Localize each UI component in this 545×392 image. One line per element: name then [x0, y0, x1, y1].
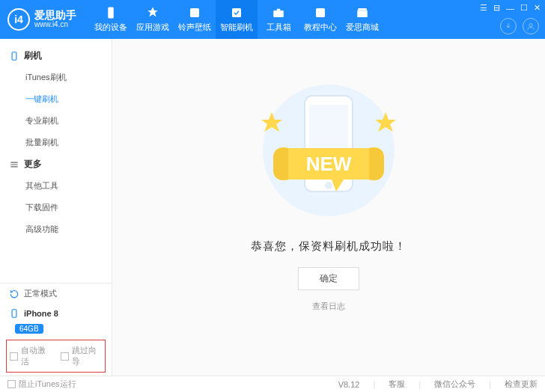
music-icon	[188, 6, 201, 19]
options-highlight-box: 自动激活 跳过向导	[6, 340, 106, 373]
status-bar: 阻止iTunes运行 V8.12 | 客服 | 微信公众号 | 检查更新	[0, 376, 545, 392]
menu-icon[interactable]: ☰	[480, 3, 487, 13]
status-update[interactable]: 检查更新	[505, 379, 538, 390]
device-mode[interactable]: 正常模式	[0, 284, 112, 304]
sidebar-item-batch-flash[interactable]: 批量刷机	[0, 132, 112, 153]
checkbox-auto-activate[interactable]: 自动激活	[10, 345, 52, 367]
nav-store[interactable]: 爱思商城	[341, 0, 383, 39]
brand-name: 爱思助手	[34, 10, 76, 20]
checkbox-skip-wizard[interactable]: 跳过向导	[61, 345, 103, 367]
svg-rect-8	[12, 310, 16, 318]
download-button[interactable]	[500, 18, 517, 34]
titlebar: i4 爱思助手 www.i4.cn 我的设备 应用游戏 铃声壁纸 智能刷机 工具…	[0, 0, 545, 39]
sidebar: 刷机 iTunes刷机 一键刷机 专业刷机 批量刷机 更多 其他工具 下载固件 …	[0, 39, 112, 376]
phone-icon	[104, 6, 118, 19]
nav-apps[interactable]: 应用游戏	[132, 0, 174, 39]
svg-rect-3	[273, 10, 284, 17]
svg-point-14	[325, 182, 332, 189]
maximize-icon[interactable]: ☐	[520, 3, 528, 13]
device-name[interactable]: iPhone 8	[0, 304, 112, 323]
svg-rect-2	[232, 8, 241, 17]
sidebar-item-download-fw[interactable]: 下载固件	[0, 197, 112, 218]
sidebar-group-more[interactable]: 更多	[0, 153, 112, 175]
top-nav: 我的设备 应用游戏 铃声壁纸 智能刷机 工具箱 教程中心 爱思商城	[90, 0, 383, 39]
version-label: V8.12	[338, 380, 360, 389]
success-message: 恭喜您，保资料刷机成功啦！	[251, 239, 407, 254]
svg-rect-1	[190, 8, 199, 17]
phone-outline-icon	[9, 308, 19, 319]
view-log-link[interactable]: 查看日志	[312, 301, 345, 312]
device-storage-badge: 64GB	[15, 324, 43, 334]
new-badge-text: NEW	[306, 153, 352, 175]
menu-icon	[9, 159, 19, 170]
content-area: NEW 恭喜您，保资料刷机成功啦！ 确定 查看日志	[112, 39, 545, 376]
ok-button[interactable]: 确定	[298, 267, 359, 290]
sidebar-group-flash[interactable]: 刷机	[0, 45, 112, 67]
user-icon	[526, 22, 535, 31]
nav-ringtones[interactable]: 铃声壁纸	[174, 0, 216, 39]
app-icon	[146, 6, 159, 19]
sidebar-item-pro-flash[interactable]: 专业刷机	[0, 110, 112, 132]
refresh-icon	[9, 289, 19, 299]
brand-url: www.i4.cn	[34, 20, 76, 29]
flash-icon	[230, 6, 243, 19]
checkbox-block-itunes[interactable]: 阻止iTunes运行	[7, 379, 76, 390]
svg-rect-4	[277, 9, 281, 10]
svg-rect-7	[12, 52, 16, 60]
svg-rect-5	[316, 8, 325, 17]
app-logo: i4 爱思助手 www.i4.cn	[7, 8, 76, 31]
lock-icon[interactable]: ⊟	[493, 3, 500, 13]
window-controls: ☰ ⊟ — ☐ ✕	[480, 3, 541, 13]
sidebar-item-advanced[interactable]: 高级功能	[0, 218, 112, 240]
nav-tutorials[interactable]: 教程中心	[299, 0, 341, 39]
nav-tools[interactable]: 工具箱	[258, 0, 299, 39]
nav-my-device[interactable]: 我的设备	[90, 0, 132, 39]
status-wechat[interactable]: 微信公众号	[434, 379, 475, 390]
book-icon	[314, 6, 327, 19]
svg-rect-0	[108, 7, 114, 19]
minimize-icon[interactable]: —	[506, 4, 514, 13]
sidebar-item-oneclick-flash[interactable]: 一键刷机	[0, 88, 112, 110]
toolbox-icon	[272, 6, 285, 19]
sidebar-item-itunes-flash[interactable]: iTunes刷机	[0, 67, 112, 88]
close-icon[interactable]: ✕	[534, 3, 541, 13]
svg-point-6	[529, 24, 532, 27]
phone-outline-icon	[9, 51, 19, 61]
download-icon	[504, 22, 513, 31]
user-button[interactable]	[523, 18, 539, 34]
nav-flash[interactable]: 智能刷机	[216, 0, 258, 39]
sidebar-item-other-tools[interactable]: 其他工具	[0, 175, 112, 197]
success-illustration: NEW	[112, 79, 545, 221]
logo-icon: i4	[7, 8, 30, 31]
store-icon	[356, 6, 369, 19]
status-service[interactable]: 客服	[389, 379, 405, 390]
